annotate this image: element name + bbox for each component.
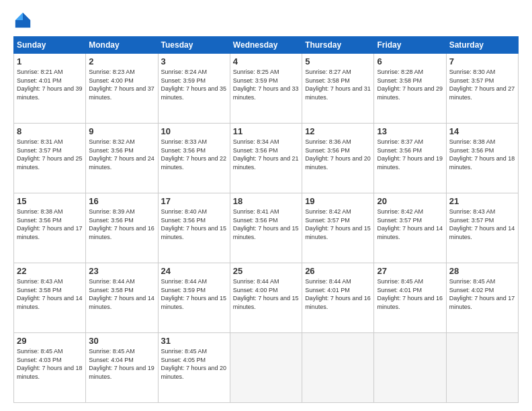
- day-info: Sunrise: 8:27 AMSunset: 3:58 PMDaylight:…: [305, 68, 371, 101]
- day-cell-7: 7Sunrise: 8:30 AMSunset: 3:57 PMDaylight…: [446, 54, 518, 124]
- day-info: Sunrise: 8:45 AMSunset: 4:01 PMDaylight:…: [377, 277, 443, 311]
- day-cell-26: 26Sunrise: 8:44 AMSunset: 4:01 PMDayligh…: [302, 263, 374, 333]
- calendar-week-3: 15Sunrise: 8:38 AMSunset: 3:56 PMDayligh…: [14, 193, 519, 263]
- day-cell-15: 15Sunrise: 8:38 AMSunset: 3:56 PMDayligh…: [14, 193, 86, 263]
- day-cell-24: 24Sunrise: 8:44 AMSunset: 3:59 PMDayligh…: [158, 263, 230, 333]
- day-info: Sunrise: 8:41 AMSunset: 3:56 PMDaylight:…: [233, 208, 299, 241]
- day-cell-29: 29Sunrise: 8:45 AMSunset: 4:03 PMDayligh…: [14, 333, 86, 403]
- day-number: 14: [449, 126, 515, 136]
- day-info: Sunrise: 8:44 AMSunset: 4:01 PMDaylight:…: [305, 277, 371, 311]
- day-info: Sunrise: 8:33 AMSunset: 3:56 PMDaylight:…: [161, 138, 227, 171]
- day-cell-13: 13Sunrise: 8:37 AMSunset: 3:56 PMDayligh…: [374, 124, 446, 193]
- day-cell-2: 2Sunrise: 8:23 AMSunset: 4:00 PMDaylight…: [86, 54, 158, 124]
- day-cell-28: 28Sunrise: 8:45 AMSunset: 4:02 PMDayligh…: [446, 263, 518, 333]
- day-number: 26: [305, 266, 371, 276]
- day-cell-12: 12Sunrise: 8:36 AMSunset: 3:56 PMDayligh…: [302, 124, 374, 193]
- day-number: 27: [377, 266, 443, 276]
- logo-icon: [13, 11, 32, 30]
- day-cell-18: 18Sunrise: 8:41 AMSunset: 3:56 PMDayligh…: [230, 193, 302, 263]
- calendar-header-row: SundayMondayTuesdayWednesdayThursdayFrid…: [14, 37, 519, 54]
- day-cell-31: 31Sunrise: 8:45 AMSunset: 4:05 PMDayligh…: [158, 333, 230, 403]
- day-info: Sunrise: 8:25 AMSunset: 3:59 PMDaylight:…: [233, 68, 299, 101]
- calendar-week-1: 1Sunrise: 8:21 AMSunset: 4:01 PMDaylight…: [14, 54, 519, 124]
- day-info: Sunrise: 8:45 AMSunset: 4:03 PMDaylight:…: [17, 347, 83, 381]
- day-cell-6: 6Sunrise: 8:28 AMSunset: 3:58 PMDaylight…: [374, 54, 446, 124]
- day-info: Sunrise: 8:44 AMSunset: 3:58 PMDaylight:…: [89, 277, 154, 311]
- day-cell-27: 27Sunrise: 8:45 AMSunset: 4:01 PMDayligh…: [374, 263, 446, 333]
- day-number: 18: [233, 196, 299, 206]
- day-info: Sunrise: 8:38 AMSunset: 3:56 PMDaylight:…: [17, 208, 83, 241]
- day-info: Sunrise: 8:28 AMSunset: 3:58 PMDaylight:…: [377, 68, 443, 101]
- header: [13, 11, 519, 30]
- day-number: 24: [161, 266, 227, 276]
- day-number: 6: [377, 56, 443, 66]
- day-cell-23: 23Sunrise: 8:44 AMSunset: 3:58 PMDayligh…: [86, 263, 158, 333]
- day-header-tuesday: Tuesday: [158, 37, 230, 54]
- day-cell-5: 5Sunrise: 8:27 AMSunset: 3:58 PMDaylight…: [302, 54, 374, 124]
- day-cell-20: 20Sunrise: 8:42 AMSunset: 3:57 PMDayligh…: [374, 193, 446, 263]
- day-cell-14: 14Sunrise: 8:38 AMSunset: 3:56 PMDayligh…: [446, 124, 518, 193]
- day-cell-11: 11Sunrise: 8:34 AMSunset: 3:56 PMDayligh…: [230, 124, 302, 193]
- day-cell-21: 21Sunrise: 8:43 AMSunset: 3:57 PMDayligh…: [446, 193, 518, 263]
- day-number: 9: [89, 126, 154, 136]
- empty-cell: [446, 333, 518, 403]
- day-info: Sunrise: 8:34 AMSunset: 3:56 PMDaylight:…: [233, 138, 299, 171]
- day-cell-1: 1Sunrise: 8:21 AMSunset: 4:01 PMDaylight…: [14, 54, 86, 124]
- day-info: Sunrise: 8:45 AMSunset: 4:05 PMDaylight:…: [161, 347, 227, 381]
- day-number: 2: [89, 56, 154, 66]
- day-cell-30: 30Sunrise: 8:45 AMSunset: 4:04 PMDayligh…: [86, 333, 158, 403]
- day-header-friday: Friday: [374, 37, 446, 54]
- day-info: Sunrise: 8:42 AMSunset: 3:57 PMDaylight:…: [305, 208, 371, 241]
- day-number: 12: [305, 126, 371, 136]
- calendar-week-5: 29Sunrise: 8:45 AMSunset: 4:03 PMDayligh…: [14, 333, 519, 403]
- day-cell-9: 9Sunrise: 8:32 AMSunset: 3:56 PMDaylight…: [86, 124, 158, 193]
- day-number: 30: [89, 336, 154, 346]
- day-info: Sunrise: 8:32 AMSunset: 3:56 PMDaylight:…: [89, 138, 154, 171]
- day-number: 23: [89, 266, 154, 276]
- day-number: 22: [17, 266, 83, 276]
- day-number: 8: [17, 126, 83, 136]
- svg-marker-0: [23, 13, 30, 20]
- day-info: Sunrise: 8:43 AMSunset: 3:58 PMDaylight:…: [17, 277, 83, 311]
- day-info: Sunrise: 8:40 AMSunset: 3:56 PMDaylight:…: [161, 208, 227, 241]
- day-info: Sunrise: 8:44 AMSunset: 3:59 PMDaylight:…: [161, 277, 227, 311]
- calendar-table: SundayMondayTuesdayWednesdayThursdayFrid…: [13, 36, 519, 403]
- day-number: 11: [233, 126, 299, 136]
- day-info: Sunrise: 8:23 AMSunset: 4:00 PMDaylight:…: [89, 68, 154, 101]
- day-cell-3: 3Sunrise: 8:24 AMSunset: 3:59 PMDaylight…: [158, 54, 230, 124]
- day-number: 7: [449, 56, 515, 66]
- day-cell-19: 19Sunrise: 8:42 AMSunset: 3:57 PMDayligh…: [302, 193, 374, 263]
- day-header-monday: Monday: [86, 37, 158, 54]
- day-header-sunday: Sunday: [14, 37, 86, 54]
- day-info: Sunrise: 8:43 AMSunset: 3:57 PMDaylight:…: [449, 208, 515, 241]
- day-cell-25: 25Sunrise: 8:44 AMSunset: 4:00 PMDayligh…: [230, 263, 302, 333]
- day-cell-17: 17Sunrise: 8:40 AMSunset: 3:56 PMDayligh…: [158, 193, 230, 263]
- day-info: Sunrise: 8:30 AMSunset: 3:57 PMDaylight:…: [449, 68, 515, 101]
- day-info: Sunrise: 8:31 AMSunset: 3:57 PMDaylight:…: [17, 138, 83, 171]
- day-cell-8: 8Sunrise: 8:31 AMSunset: 3:57 PMDaylight…: [14, 124, 86, 193]
- calendar-week-4: 22Sunrise: 8:43 AMSunset: 3:58 PMDayligh…: [14, 263, 519, 333]
- day-cell-10: 10Sunrise: 8:33 AMSunset: 3:56 PMDayligh…: [158, 124, 230, 193]
- day-number: 20: [377, 196, 443, 206]
- day-number: 21: [449, 196, 515, 206]
- day-number: 1: [17, 56, 83, 66]
- day-info: Sunrise: 8:39 AMSunset: 3:56 PMDaylight:…: [89, 208, 154, 241]
- calendar-week-2: 8Sunrise: 8:31 AMSunset: 3:57 PMDaylight…: [14, 124, 519, 193]
- day-header-thursday: Thursday: [302, 37, 374, 54]
- day-number: 10: [161, 126, 227, 136]
- day-number: 5: [305, 56, 371, 66]
- day-info: Sunrise: 8:37 AMSunset: 3:56 PMDaylight:…: [377, 138, 443, 171]
- day-info: Sunrise: 8:24 AMSunset: 3:59 PMDaylight:…: [161, 68, 227, 101]
- svg-marker-1: [15, 13, 23, 20]
- day-cell-16: 16Sunrise: 8:39 AMSunset: 3:56 PMDayligh…: [86, 193, 158, 263]
- day-info: Sunrise: 8:45 AMSunset: 4:02 PMDaylight:…: [449, 277, 515, 311]
- svg-rect-2: [15, 20, 30, 28]
- page: SundayMondayTuesdayWednesdayThursdayFrid…: [0, 0, 532, 411]
- empty-cell: [230, 333, 302, 403]
- day-number: 19: [305, 196, 371, 206]
- day-number: 3: [161, 56, 227, 66]
- day-number: 4: [233, 56, 299, 66]
- day-info: Sunrise: 8:36 AMSunset: 3:56 PMDaylight:…: [305, 138, 371, 171]
- day-header-wednesday: Wednesday: [230, 37, 302, 54]
- day-number: 16: [89, 196, 154, 206]
